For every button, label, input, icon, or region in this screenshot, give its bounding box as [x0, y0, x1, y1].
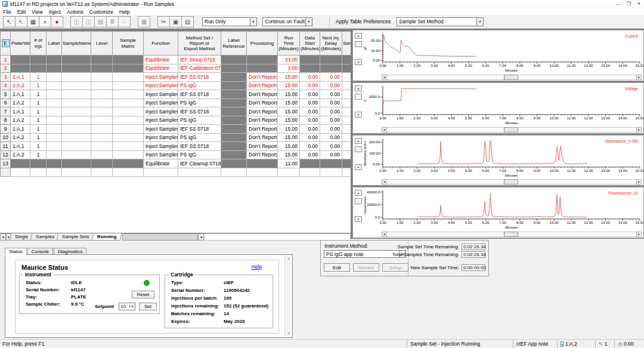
cell[interactable]: 1	[30, 81, 47, 90]
scroll-right-icon[interactable]: ►	[636, 232, 642, 237]
cell[interactable]: Inject Samples	[144, 107, 178, 116]
cell[interactable]: IEF SS 0718	[178, 125, 221, 134]
cell[interactable]: 1	[30, 142, 47, 151]
cell[interactable]: 0.00	[300, 90, 320, 99]
fault-mode-select[interactable]: Continue on Fault ▼	[262, 17, 312, 26]
cell[interactable]	[91, 159, 113, 168]
menu-actions[interactable]: Actions	[64, 9, 86, 15]
tab-scrollbar-thumb[interactable]	[122, 233, 198, 241]
row-number[interactable]: 2	[1, 64, 11, 73]
cell[interactable]: PS IgG	[178, 81, 221, 90]
cell[interactable]: Inject Samples	[144, 73, 178, 82]
scroll-up-icon[interactable]: ▲	[355, 33, 362, 39]
row-number[interactable]: 4	[1, 81, 11, 90]
cell[interactable]	[342, 64, 351, 73]
cell[interactable]	[62, 90, 91, 99]
cell[interactable]: 1:A,1	[11, 142, 30, 151]
cell[interactable]: PS IgG	[178, 150, 221, 159]
row-number[interactable]: 1	[1, 56, 11, 64]
cell[interactable]: 1	[30, 90, 47, 99]
scroll-up-icon[interactable]: ▲	[355, 138, 362, 144]
cell[interactable]	[221, 168, 247, 177]
cell[interactable]	[247, 56, 278, 64]
cell[interactable]: Equilibrate	[144, 64, 178, 73]
cell[interactable]: Inject Samples	[144, 150, 178, 159]
cell[interactable]: 15.00	[278, 81, 300, 90]
cell[interactable]	[113, 142, 144, 151]
cell[interactable]: 0.00	[320, 81, 342, 90]
cell[interactable]	[47, 90, 62, 99]
cell[interactable]: 0.00	[300, 73, 320, 82]
cell[interactable]: Inject Samples	[144, 125, 178, 134]
scrollbar-track[interactable]	[387, 75, 636, 80]
scroll-thumb[interactable]	[355, 94, 362, 100]
cell[interactable]	[30, 64, 47, 73]
cell[interactable]	[62, 125, 91, 134]
menu-inject[interactable]: Inject	[46, 9, 64, 15]
cell[interactable]	[221, 64, 247, 73]
scroll-down-icon[interactable]: ▼	[355, 59, 362, 65]
cell[interactable]	[47, 142, 62, 151]
cell[interactable]	[91, 56, 113, 64]
status-panel-scrollbar[interactable]: ∧ ∨	[284, 255, 292, 337]
row-number[interactable]: 9	[1, 125, 11, 134]
cell[interactable]	[342, 159, 351, 168]
cell[interactable]	[91, 81, 113, 90]
cell[interactable]	[221, 107, 247, 116]
cell[interactable]	[91, 73, 113, 82]
select-pointer-alt-button[interactable]: ↖	[15, 16, 27, 27]
cell[interactable]	[30, 56, 47, 64]
cell[interactable]: 1:A,1	[11, 125, 30, 134]
cell[interactable]	[278, 168, 300, 177]
menu-edit[interactable]: Edit	[14, 9, 29, 15]
scroll-left-icon[interactable]: ◄	[382, 179, 387, 184]
copy-button[interactable]: ▣	[169, 16, 182, 27]
scroll-up-icon[interactable]: ∧	[285, 255, 292, 263]
cell[interactable]: 1:A,1	[11, 107, 30, 116]
cell[interactable]	[47, 81, 62, 90]
cell[interactable]: 1	[30, 107, 47, 116]
cell[interactable]	[91, 168, 113, 177]
cell[interactable]	[221, 73, 247, 82]
cell[interactable]	[342, 81, 351, 90]
cell[interactable]	[342, 107, 351, 116]
cell[interactable]: 1:A,2	[11, 98, 30, 107]
cell[interactable]: 33.00	[278, 56, 300, 64]
cell[interactable]	[221, 98, 247, 107]
cell[interactable]	[62, 159, 91, 168]
menu-view[interactable]: View	[29, 9, 45, 15]
cell[interactable]	[47, 64, 62, 73]
cell[interactable]	[113, 90, 144, 99]
cell[interactable]	[342, 142, 351, 151]
cell[interactable]	[47, 116, 62, 125]
scroll-down-icon[interactable]: ▼	[355, 216, 362, 222]
scroll-right-icon[interactable]: ►	[636, 179, 642, 184]
cell[interactable]	[300, 56, 320, 64]
row-number[interactable]: 3	[1, 73, 11, 82]
cell[interactable]: Don't Report	[247, 81, 278, 90]
cell[interactable]: 15.00	[278, 116, 300, 125]
cell[interactable]	[300, 159, 320, 168]
tab-samples[interactable]: Samples	[30, 233, 60, 241]
menu-file[interactable]: File	[0, 9, 14, 15]
cell[interactable]	[178, 168, 221, 177]
row-number[interactable]: 11	[1, 142, 11, 151]
cell[interactable]	[113, 159, 144, 168]
edit-button[interactable]: Edit	[324, 263, 350, 272]
cell[interactable]: 0.00	[300, 150, 320, 159]
cell[interactable]	[91, 107, 113, 116]
scroll-thumb[interactable]	[355, 198, 362, 204]
scroll-up-icon[interactable]: ▲	[355, 85, 362, 91]
cell[interactable]	[221, 56, 247, 64]
cell[interactable]	[113, 116, 144, 125]
cell[interactable]	[113, 125, 144, 134]
cell[interactable]	[300, 168, 320, 177]
cell[interactable]: 1:A,2	[11, 81, 30, 90]
row-number[interactable]: 13	[1, 159, 11, 168]
cell[interactable]: PS IgG	[178, 133, 221, 142]
cell[interactable]: 0.00	[300, 107, 320, 116]
scrollbar-thumb[interactable]	[504, 75, 518, 80]
cell[interactable]: PS IgG	[178, 98, 221, 107]
cell[interactable]: Don't Report	[247, 73, 278, 82]
scrollbar-thumb[interactable]	[504, 179, 518, 184]
